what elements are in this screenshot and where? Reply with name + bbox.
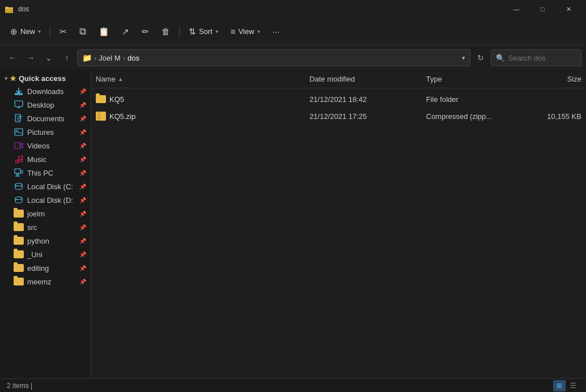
share-button[interactable]: ↗ [116, 22, 135, 41]
sidebar-item-thispc[interactable]: This PC 📌 [1, 166, 90, 180]
src-folder-icon [14, 222, 24, 232]
content-area: Name ▲ Date modified Type Size KQ5 21/12… [91, 70, 586, 378]
delete-button[interactable]: 🗑 [156, 22, 176, 41]
rename-button[interactable]: ✏ [136, 22, 155, 41]
thispc-label: This PC [27, 169, 76, 177]
main-layout: ▾ ★ Quick access Downloads 📌 Desktop 📌 [0, 70, 586, 378]
sidebar-item-local-disk-d[interactable]: Local Disk (D: 📌 [1, 193, 90, 207]
list-view-button[interactable]: ☰ [567, 380, 579, 391]
cut-button[interactable]: ✂ [54, 22, 73, 41]
music-pin-icon: 📌 [79, 156, 86, 163]
folder-icon [96, 95, 106, 104]
close-button[interactable]: ✕ [555, 0, 581, 18]
local-disk-c-label: Local Disk (C: [27, 182, 76, 191]
documents-icon [14, 113, 24, 123]
grid-view-button[interactable]: ⊞ [553, 380, 566, 391]
videos-icon [14, 140, 24, 151]
new-button[interactable]: ⊕ New ▾ [5, 22, 46, 41]
svg-rect-10 [15, 169, 20, 173]
item-count: 2 items | [7, 382, 32, 390]
src-pin-icon: 📌 [79, 224, 86, 231]
forward-button[interactable]: → [23, 50, 39, 66]
sidebar-item-src[interactable]: src 📌 [1, 220, 90, 234]
thispc-icon [14, 168, 24, 178]
meemz-pin-icon: 📌 [79, 279, 86, 285]
col-header-type[interactable]: Type [426, 75, 523, 83]
downloads-pin-icon: 📌 [79, 88, 86, 95]
videos-pin-icon: 📌 [79, 143, 86, 149]
toolbar-separator-2 [179, 26, 180, 37]
quick-access-label: Quick access [19, 74, 66, 83]
address-path-bar[interactable]: 📁 › Joel M › dos ▾ [77, 49, 470, 66]
app-icon [5, 5, 14, 14]
sidebar-item-documents[interactable]: Documents 📌 [1, 112, 90, 125]
sort-chevron: ▾ [215, 28, 218, 35]
downloads-icon [14, 86, 24, 96]
svg-rect-2 [5, 7, 9, 9]
joelm-label: joelm [27, 210, 76, 218]
file-name-cell: KQ5 [96, 95, 309, 104]
col-header-name[interactable]: Name ▲ [96, 75, 309, 83]
search-input[interactable] [508, 54, 576, 62]
svg-point-13 [15, 184, 22, 186]
editing-pin-icon: 📌 [79, 265, 86, 271]
window-controls: — □ ✕ [503, 0, 581, 18]
toolbar: ⊕ New ▾ ✂ ⧉ 📋 ↗ ✏ 🗑 ⇅ Sort ▾ ≡ View ▾ ··… [0, 18, 586, 45]
file-type: File folder [426, 95, 523, 104]
sidebar-item-editing[interactable]: editing 📌 [1, 261, 90, 275]
paste-button[interactable]: 📋 [93, 22, 115, 41]
toolbar-separator-1 [50, 26, 50, 37]
path-dropdown-icon[interactable]: ▾ [462, 54, 465, 62]
more-button[interactable]: ··· [267, 22, 286, 41]
local-disk-d-pin-icon: 📌 [79, 197, 86, 203]
quick-access-header[interactable]: ▾ ★ Quick access [1, 73, 90, 84]
sidebar-item-meemz[interactable]: meemz 📌 [1, 275, 90, 288]
search-box[interactable]: 🔍 [491, 49, 581, 66]
table-row[interactable]: KQ5 21/12/2021 18:42 File folder [91, 91, 586, 108]
sidebar-item-pictures[interactable]: Pictures 📌 [1, 125, 90, 139]
view-icon: ≡ [231, 27, 236, 36]
copy-button[interactable]: ⧉ [74, 22, 92, 41]
sidebar: ▾ ★ Quick access Downloads 📌 Desktop 📌 [0, 70, 91, 378]
python-folder-icon [14, 236, 24, 246]
refresh-button[interactable]: ↻ [473, 50, 489, 66]
col-header-date[interactable]: Date modified [309, 75, 426, 83]
back-button[interactable]: ← [5, 50, 20, 66]
sidebar-item-videos[interactable]: Videos 📌 [1, 139, 90, 152]
minimize-button[interactable]: — [503, 0, 529, 18]
new-label: New [20, 27, 35, 36]
python-label: python [27, 237, 76, 245]
meemz-label: meemz [27, 278, 76, 286]
desktop-icon [14, 100, 24, 110]
sidebar-item-desktop[interactable]: Desktop 📌 [1, 98, 90, 112]
file-size: 10,155 KB [523, 112, 581, 121]
view-button[interactable]: ≡ View ▾ [225, 22, 266, 41]
editing-label: editing [27, 264, 76, 272]
sidebar-item-uni[interactable]: _Uni 📌 [1, 248, 90, 261]
column-headers: Name ▲ Date modified Type Size [91, 70, 586, 88]
sort-button[interactable]: ⇅ Sort ▾ [183, 22, 224, 41]
sidebar-item-music[interactable]: Music 📌 [1, 152, 90, 166]
col-header-size[interactable]: Size [523, 75, 581, 83]
sidebar-item-joelm[interactable]: joelm 📌 [1, 207, 90, 220]
recent-button[interactable]: ⌄ [41, 50, 57, 66]
status-bar: 2 items | ⊞ ☰ [0, 378, 586, 392]
pictures-icon [14, 127, 24, 137]
uni-folder-icon [14, 249, 24, 259]
maximize-button[interactable]: □ [529, 0, 555, 18]
python-pin-icon: 📌 [79, 238, 86, 244]
sidebar-item-python[interactable]: python 📌 [1, 234, 90, 248]
file-date: 21/12/2021 17:25 [309, 112, 426, 121]
sort-label: Sort [199, 27, 213, 36]
documents-label: Documents [27, 114, 76, 123]
table-row[interactable]: KQ5.zip 21/12/2021 17:25 Compressed (zip… [91, 108, 586, 125]
sidebar-item-downloads[interactable]: Downloads 📌 [1, 84, 90, 98]
up-button[interactable]: ↑ [59, 50, 75, 66]
sort-icon: ⇅ [189, 27, 196, 37]
delete-icon: 🗑 [162, 27, 170, 36]
window-title: dos [18, 5, 503, 13]
local-disk-d-label: Local Disk (D: [27, 196, 76, 204]
more-icon: ··· [273, 27, 280, 36]
svg-rect-12 [21, 171, 23, 173]
sidebar-item-local-disk-c[interactable]: Local Disk (C: 📌 [1, 180, 90, 193]
